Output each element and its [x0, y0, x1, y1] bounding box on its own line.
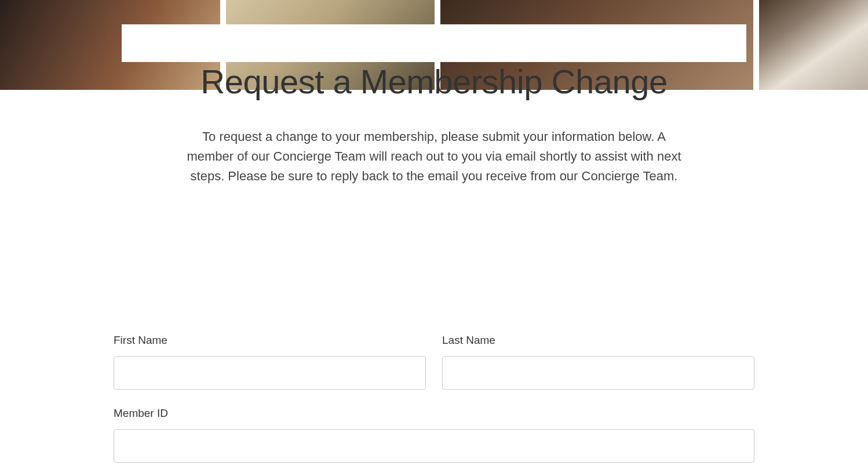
- first-name-label: First Name: [114, 334, 426, 347]
- member-id-input[interactable]: [114, 429, 754, 463]
- member-id-label: Member ID: [114, 407, 754, 420]
- page-title: Request a Membership Change: [0, 62, 868, 101]
- first-name-field-group: First Name: [114, 334, 426, 390]
- main-content: Request a Membership Change To request a…: [0, 0, 868, 465]
- member-id-field-group: Member ID Your 9-digit Member ID can be …: [114, 407, 754, 465]
- first-name-input[interactable]: [114, 356, 426, 390]
- last-name-field-group: Last Name: [442, 334, 754, 390]
- last-name-label: Last Name: [442, 334, 754, 347]
- page-description: To request a change to your membership, …: [167, 127, 701, 186]
- form-row-member-id: Member ID Your 9-digit Member ID can be …: [114, 407, 754, 465]
- form-row-name: First Name Last Name: [114, 334, 754, 390]
- last-name-input[interactable]: [442, 356, 754, 390]
- form-container: First Name Last Name Member ID Your 9-di…: [0, 334, 868, 465]
